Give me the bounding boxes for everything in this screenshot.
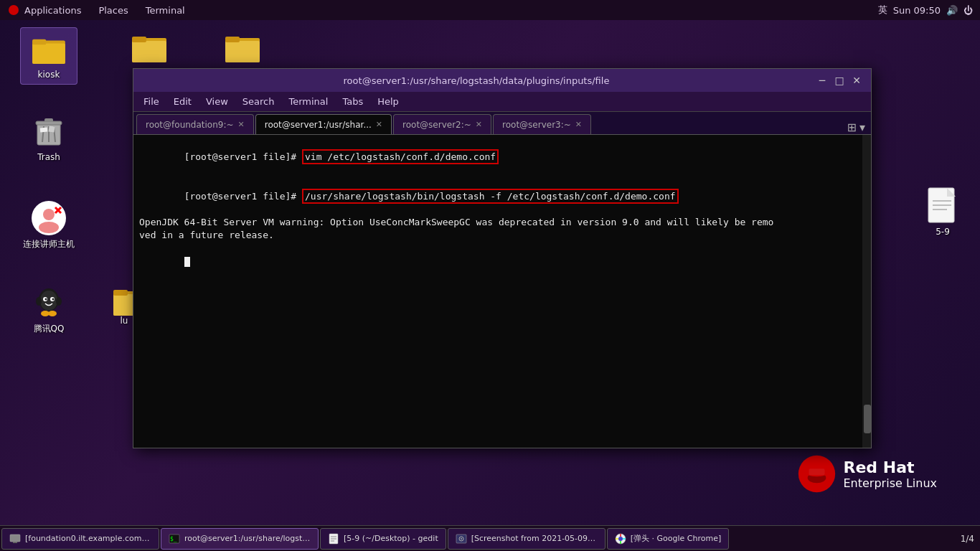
cmd-2: /usr/share/logstash/bin/logstash -f /etc… [302, 189, 679, 204]
menu-terminal[interactable]: Terminal [281, 92, 335, 112]
desktop: Applications Places Terminal 英 Sun 09:50… [0, 0, 980, 551]
scrollbar-thumb[interactable] [864, 405, 871, 433]
svg-point-21 [52, 298, 55, 301]
menu-edit[interactable]: Edit [166, 92, 199, 112]
clock: Sun 09:50 [893, 5, 941, 16]
taskbar-chrome-icon [615, 533, 626, 545]
trash-icon [32, 115, 66, 149]
svg-point-12 [43, 209, 55, 220]
terminal-menu[interactable]: Terminal [137, 0, 194, 20]
svg-rect-27 [132, 41, 166, 62]
desktop-icon-trash[interactable]: Trash [20, 115, 77, 162]
taskbar-chrome-label: [弹头 · Google Chrome] [631, 533, 722, 544]
power-icon[interactable]: ⏻ [963, 5, 973, 16]
svg-point-54 [461, 538, 462, 540]
places-menu[interactable]: Places [90, 0, 136, 20]
trash-label: Trash [37, 152, 60, 162]
taskbar-item-gedit[interactable]: [5-9 (~/Desktop) - gedit [320, 528, 446, 550]
connect-label: 连接讲师主机 [23, 238, 75, 250]
taskbar-terminal-icon: $_ [169, 533, 180, 545]
desktop-icon-folder-partial[interactable]: lu [113, 286, 135, 326]
svg-rect-43 [809, 468, 824, 475]
desktop-icon-doc[interactable]: 5-9 [927, 187, 958, 237]
menu-tabs[interactable]: Tabs [335, 92, 370, 112]
taskbar-item-chrome[interactable]: [弹头 · Google Chrome] [607, 528, 730, 550]
doc-label: 5-9 [936, 227, 950, 237]
terminal-line-1: [root@server1 file]# vim /etc/logstash/c… [139, 138, 865, 177]
taskbar-kiosk-label: [foundation0.ilt.example.com:8 (kio... [25, 534, 151, 543]
terminal-label: Terminal [146, 5, 185, 16]
tab-server2-close[interactable]: ✕ [476, 120, 482, 129]
terminal-content[interactable]: [root@server1 file]# vim /etc/logstash/c… [133, 135, 871, 448]
connect-icon [32, 201, 66, 235]
menu-file[interactable]: File [136, 92, 166, 112]
applications-menu[interactable]: Applications [0, 0, 90, 20]
svg-rect-30 [225, 41, 260, 62]
taskbar: [foundation0.ilt.example.com:8 (kio... $… [0, 525, 980, 551]
kiosk-icon [32, 32, 66, 67]
tab-dropdown-icon[interactable]: ▾ [859, 121, 865, 134]
close-button[interactable]: ✕ [848, 72, 865, 89]
menu-search[interactable]: Search [235, 92, 282, 112]
menu-view[interactable]: View [199, 92, 235, 112]
terminal-window: root@server1:/usr/share/logstash/data/pl… [133, 68, 872, 448]
svg-point-23 [56, 297, 62, 306]
redhat-name: Red Hat [844, 458, 938, 476]
taskbar-page-indicator: 1/4 [961, 534, 979, 544]
tab-server3-label: root@server3:~ [502, 120, 571, 130]
folder1-icon [132, 30, 166, 65]
new-tab-icon[interactable]: ⊞ [847, 121, 857, 134]
svg-point-20 [45, 298, 47, 301]
svg-point-17 [40, 291, 57, 311]
minimize-button[interactable]: ─ [814, 72, 831, 89]
taskbar-vnc-icon [9, 533, 21, 545]
taskbar-item-screenshot[interactable]: [Screenshot from 2021-05-09 09-... [448, 528, 606, 550]
terminal-line-2: [root@server1 file]# /usr/share/logstash… [139, 177, 865, 217]
terminal-menubar: File Edit View Search Terminal Tabs Help [133, 92, 871, 112]
terminal-line-4: ved in a future release. [139, 229, 865, 242]
tab-server3-close[interactable]: ✕ [575, 120, 582, 129]
top-bar: Applications Places Terminal 英 Sun 09:50… [0, 0, 980, 20]
language-indicator[interactable]: 英 [878, 4, 887, 17]
terminal-cursor [184, 257, 190, 267]
tab-server1[interactable]: root@server1:/usr/shar... ✕ [255, 114, 392, 134]
volume-icon[interactable]: 🔊 [946, 5, 958, 16]
svg-text:$_: $_ [170, 536, 177, 542]
tab-server1-close[interactable]: ✕ [376, 120, 382, 129]
taskbar-item-kiosk[interactable]: [foundation0.ilt.example.com:8 (kio... [1, 528, 159, 550]
menu-help[interactable]: Help [370, 92, 406, 112]
prompt-1: [root@server1 file]# [184, 151, 302, 162]
svg-rect-10 [48, 126, 55, 132]
terminal-line-3: OpenJDK 64-Bit Server VM warning: Option… [139, 216, 865, 229]
desktop-icon-connect[interactable]: 连接讲师主机 [20, 201, 77, 250]
taskbar-item-terminal[interactable]: $_ root@server1:/usr/share/logstash/... [161, 528, 319, 550]
svg-rect-34 [113, 290, 128, 296]
tab-server3[interactable]: root@server3:~ ✕ [493, 114, 591, 134]
folder2-icon [225, 30, 260, 65]
maximize-button[interactable]: □ [831, 72, 848, 89]
tab-foundation9-close[interactable]: ✕ [238, 120, 245, 129]
terminal-title: root@server1:/usr/share/logstash/data/pl… [139, 75, 814, 86]
svg-rect-33 [113, 294, 135, 316]
top-bar-right: 英 Sun 09:50 🔊 ⏻ [878, 4, 980, 17]
svg-rect-28 [132, 37, 146, 42]
folder-partial-label: lu [121, 316, 128, 326]
svg-point-25 [48, 311, 57, 316]
desktop-icon-kiosk[interactable]: kiosk [20, 27, 77, 85]
terminal-scrollbar[interactable] [862, 135, 871, 448]
taskbar-gedit-label: [5-9 (~/Desktop) - gedit [344, 534, 438, 543]
desktop-icon-qq[interactable]: 腾讯QQ [20, 286, 77, 335]
tab-server2[interactable]: root@server2:~ ✕ [393, 114, 491, 134]
svg-rect-9 [40, 128, 47, 133]
terminal-titlebar: root@server1:/usr/share/logstash/data/pl… [133, 69, 871, 92]
tab-foundation9[interactable]: root@foundation9:~ ✕ [136, 114, 254, 134]
svg-point-22 [36, 297, 42, 306]
prompt-2: [root@server1 file]# [184, 191, 302, 202]
tab-server1-label: root@server1:/usr/shar... [265, 120, 372, 130]
desktop-icon-folder2[interactable] [214, 30, 271, 65]
tab-server2-label: root@server2:~ [402, 120, 471, 130]
terminal-tabs: root@foundation9:~ ✕ root@server1:/usr/s… [133, 112, 871, 135]
redhat-logo: Red Hat Enterprise Linux [797, 454, 938, 494]
page-indicator: 1/4 [961, 534, 974, 544]
desktop-icon-folder1[interactable] [121, 30, 178, 65]
